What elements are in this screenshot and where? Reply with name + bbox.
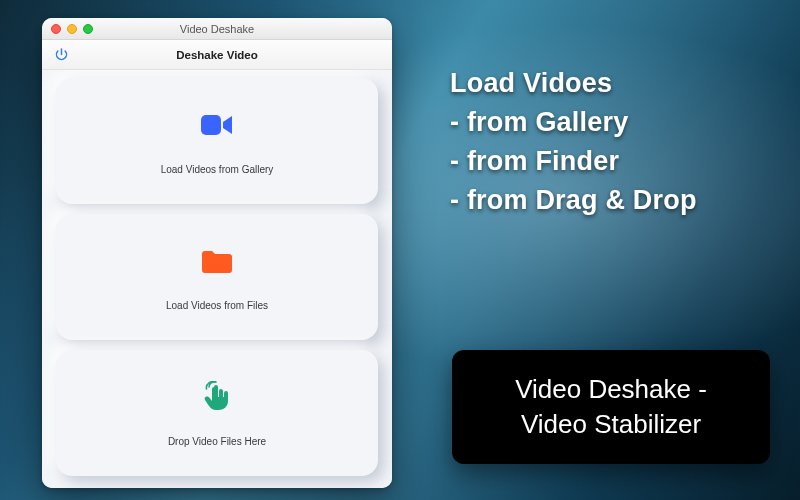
promo-line: - from Drag & Drop [450, 181, 697, 220]
product-name-line: Video Stabilizer [470, 407, 752, 442]
minimize-window-button[interactable] [67, 24, 77, 34]
close-window-button[interactable] [51, 24, 61, 34]
load-from-files-card[interactable]: Load Videos from Files [56, 214, 378, 340]
window-controls [42, 24, 93, 34]
promo-text: Load Vidoes - from Gallery - from Finder… [450, 64, 697, 221]
load-from-gallery-label: Load Videos from Gallery [161, 164, 274, 175]
drop-files-label: Drop Video Files Here [168, 436, 266, 447]
folder-icon [199, 244, 235, 278]
svg-rect-0 [201, 115, 221, 135]
titlebar: Video Deshake [42, 18, 392, 40]
product-name-box: Video Deshake - Video Stabilizer [452, 350, 770, 464]
toolbar-title: Deshake Video [42, 49, 392, 61]
content-area: Load Videos from Gallery Load Videos fro… [42, 70, 392, 488]
promo-line: Load Vidoes [450, 64, 697, 103]
app-window: Video Deshake Deshake Video Load Videos … [42, 18, 392, 488]
load-from-files-label: Load Videos from Files [166, 300, 268, 311]
toolbar: Deshake Video [42, 40, 392, 70]
drag-hand-icon [202, 380, 232, 414]
power-button[interactable] [48, 44, 74, 66]
window-title: Video Deshake [42, 23, 392, 35]
zoom-window-button[interactable] [83, 24, 93, 34]
video-camera-icon [199, 108, 235, 142]
product-name-line: Video Deshake - [470, 372, 752, 407]
promo-line: - from Finder [450, 142, 697, 181]
promo-line: - from Gallery [450, 103, 697, 142]
power-icon [54, 47, 69, 62]
drop-files-card[interactable]: Drop Video Files Here [56, 350, 378, 476]
load-from-gallery-card[interactable]: Load Videos from Gallery [56, 78, 378, 204]
